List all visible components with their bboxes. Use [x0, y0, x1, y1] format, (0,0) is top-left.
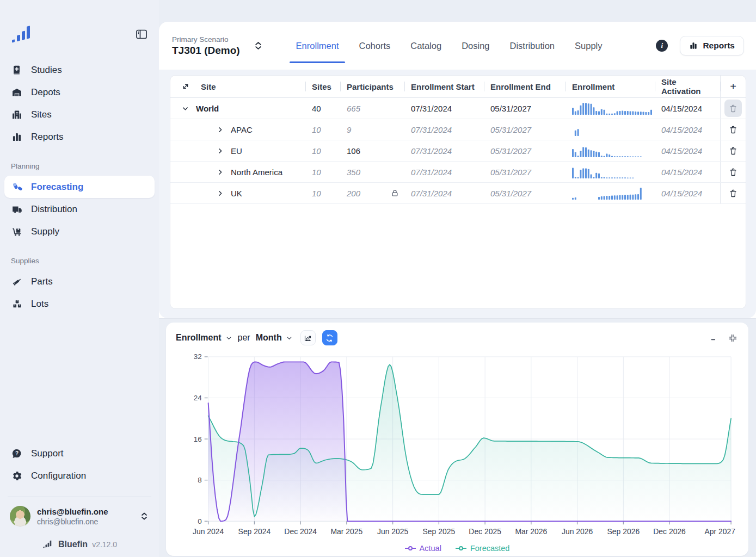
scenario-selector[interactable] [252, 37, 265, 54]
table-row-eu[interactable]: EU 10 106 07/31/2024 05/31/2027 04/15/20… [170, 140, 746, 162]
sidebar-item-sites[interactable]: Sites [4, 103, 155, 126]
avatar [10, 506, 30, 527]
chevron-right-icon[interactable] [215, 125, 225, 135]
enrollment-start-value[interactable]: 07/31/2024 [404, 183, 484, 203]
column-header-site-activation: Site Activation [655, 76, 720, 97]
add-row-button[interactable]: + [724, 78, 742, 95]
main-content: Primary Scenario TJ301 (Demo) Enrollment… [159, 0, 756, 557]
svg-text:Dec 2025: Dec 2025 [469, 527, 501, 536]
column-header-enrollment-end: Enrollment End [484, 76, 566, 97]
enrollment-end-value[interactable]: 05/31/2027 [484, 140, 566, 161]
participants-value[interactable]: 9 [340, 119, 404, 140]
reports-button[interactable]: Reports [680, 36, 744, 55]
column-header-enrollment-start: Enrollment Start [404, 76, 484, 97]
table-header-row: Site Sites Participants Enrollment Start… [170, 76, 746, 98]
sidebar-item-parts[interactable]: Parts [4, 270, 155, 293]
enrollment-start-value[interactable]: 07/31/2024 [404, 140, 484, 161]
refresh-button[interactable] [322, 330, 337, 345]
svg-text:24: 24 [194, 394, 202, 402]
site-activation-value[interactable]: 04/15/2024 [655, 119, 720, 140]
participants-value[interactable]: 106 [340, 140, 404, 161]
enrollment-start-value[interactable]: 07/31/2024 [404, 98, 484, 119]
sidebar-item-label: Forecasting [31, 182, 83, 193]
sidebar-toggle-icon[interactable] [136, 29, 147, 39]
sidebar-item-depots[interactable]: Depots [4, 81, 155, 103]
metric-dropdown[interactable]: Enrollment [176, 333, 232, 343]
minimize-button[interactable] [709, 332, 720, 343]
enrollment-end-value[interactable]: 05/31/2027 [484, 162, 566, 182]
site-activation-value[interactable]: 04/15/2024 [655, 162, 720, 182]
studies-icon [11, 65, 23, 76]
interval-dropdown[interactable]: Month [256, 333, 293, 343]
sidebar-item-support[interactable]: ? Support [4, 442, 155, 465]
chevron-right-icon[interactable] [215, 167, 225, 177]
enrollment-sparkline [572, 101, 654, 115]
scenario-header: Primary Scenario TJ301 (Demo) Enrollment… [159, 22, 756, 70]
sidebar-item-lots[interactable]: Lots [4, 293, 155, 315]
table-row-world[interactable]: World 40 665 07/31/2024 05/31/2027 04/15… [170, 98, 746, 119]
site-activation-value[interactable]: 04/15/2024 [655, 183, 720, 203]
chevron-updown-icon[interactable] [138, 510, 150, 523]
expand-icon[interactable] [180, 81, 191, 92]
sidebar-item-reports[interactable]: Reports [4, 126, 155, 148]
delete-row-button[interactable] [724, 121, 742, 138]
sidebar-item-label: Distribution [31, 204, 77, 215]
enrollment-sparkline [572, 165, 654, 179]
sidebar-item-label: Configuration [31, 471, 86, 481]
delete-row-button[interactable] [724, 184, 742, 202]
user-email: chris@bluefin.one [37, 517, 132, 526]
sites-value[interactable]: 10 [305, 162, 340, 182]
chart-toolbar: Enrollment per Month [175, 328, 740, 348]
enrollment-end-value[interactable]: 05/31/2027 [484, 98, 566, 119]
sites-value[interactable]: 10 [305, 140, 340, 161]
delete-row-button[interactable] [724, 142, 742, 159]
sidebar-item-forecasting[interactable]: Forecasting [4, 176, 155, 198]
site-activation-value[interactable]: 04/15/2024 [655, 140, 720, 161]
tab-cohorts[interactable]: Cohorts [359, 22, 390, 70]
sidebar-item-configuration[interactable]: Configuration [4, 465, 155, 487]
chevron-right-icon[interactable] [215, 188, 225, 199]
table-row-uk[interactable]: UK 10 200 07/31/2024 05/31/2027 04/15/20… [170, 183, 746, 204]
sites-value[interactable]: 40 [305, 98, 340, 119]
tab-distribution[interactable]: Distribution [510, 22, 555, 70]
delete-row-button[interactable] [724, 100, 742, 117]
reports-icon [11, 132, 23, 143]
sidebar-item-supply[interactable]: Supply [4, 220, 155, 243]
tab-catalog[interactable]: Catalog [410, 22, 441, 70]
table-row-north-america[interactable]: North America 10 350 07/31/2024 05/31/20… [170, 162, 746, 183]
enrollment-start-value[interactable]: 07/31/2024 [404, 162, 484, 182]
contract-icon [728, 333, 737, 343]
gear-icon [11, 471, 23, 481]
delete-row-button[interactable] [724, 163, 742, 181]
svg-text:8: 8 [198, 476, 201, 484]
brand-footer: Bluefin v2.12.0 [0, 530, 159, 549]
enrollment-end-value[interactable]: 05/31/2027 [484, 183, 566, 203]
sites-value[interactable]: 10 [305, 183, 340, 203]
participants-value[interactable]: 200 [340, 183, 404, 203]
user-menu[interactable]: chris@bluefin.one chris@bluefin.one [0, 497, 159, 530]
scenario-card: Primary Scenario TJ301 (Demo) Enrollment… [159, 22, 756, 318]
chart-type-button[interactable] [300, 330, 316, 345]
info-icon[interactable]: i [656, 40, 668, 52]
enrollment-start-value[interactable]: 07/31/2024 [404, 119, 484, 140]
sites-value[interactable]: 10 [305, 119, 340, 140]
sidebar-item-studies[interactable]: Studies [4, 59, 155, 81]
tab-enrollment[interactable]: Enrollment [296, 22, 339, 70]
svg-text:Mar 2025: Mar 2025 [331, 527, 363, 536]
tab-dosing[interactable]: Dosing [462, 22, 489, 70]
legend-forecasted[interactable]: Forecasted [456, 544, 510, 553]
site-activation-value[interactable]: 04/15/2024 [655, 98, 720, 119]
sidebar-item-distribution[interactable]: Distribution [4, 198, 155, 220]
enrollment-end-value[interactable]: 05/31/2027 [484, 119, 566, 140]
participants-value[interactable]: 350 [340, 162, 404, 182]
tab-supply[interactable]: Supply [575, 22, 602, 70]
chevron-down-icon[interactable] [180, 103, 190, 114]
legend-actual[interactable]: Actual [405, 544, 441, 553]
truck-icon [11, 204, 23, 215]
table-row-apac[interactable]: APAC 10 9 07/31/2024 05/31/2027 04/15/20… [170, 119, 746, 140]
chevron-right-icon[interactable] [215, 146, 225, 156]
table-panel: Site Sites Participants Enrollment Start… [159, 70, 756, 318]
participants-value[interactable]: 665 [340, 98, 404, 119]
svg-text:Jun 2025: Jun 2025 [377, 527, 408, 536]
collapse-chart-button[interactable] [727, 332, 739, 344]
